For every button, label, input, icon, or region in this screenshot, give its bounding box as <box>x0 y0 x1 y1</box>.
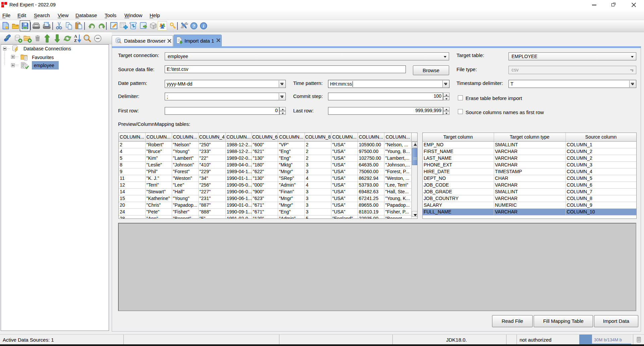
svg-text:Z: Z <box>74 38 77 43</box>
svg-text:A: A <box>74 34 77 39</box>
svg-text:i: i <box>203 23 204 29</box>
svg-text:?: ? <box>193 23 195 29</box>
